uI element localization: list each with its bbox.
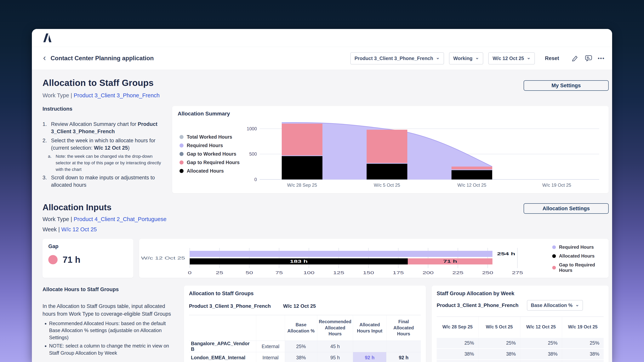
- legend-item: Allocated Hours: [552, 253, 604, 259]
- my-settings-button[interactable]: My Settings: [524, 80, 609, 91]
- edit-pencil-icon[interactable]: [571, 54, 579, 62]
- allocated-hours-bar[interactable]: [367, 164, 408, 180]
- column-header-base-allocation-[interactable]: Base Allocation %: [285, 315, 317, 341]
- week-allocation-table: W/c 28 Sep 25W/c 5 Oct 25W/c 12 Oct 25W/…: [437, 317, 604, 362]
- instruction-plain-text: Scroll down to make inputs or adjustment…: [51, 175, 155, 188]
- instruction-plain-text: Review Allocation Summary chart for: [51, 121, 138, 127]
- app-window: ‹ Contact Center Planning application Pr…: [32, 29, 612, 362]
- app-header: [32, 29, 612, 47]
- allocation-summary-chart[interactable]: 05001000W/c 28 Sep 25W/c 5 Oct 25W/c 12 …: [240, 118, 603, 190]
- gap-to-required-bar[interactable]: [452, 167, 492, 170]
- instruction-text: Scroll down to make inputs or adjustment…: [51, 174, 168, 189]
- allocation-summary-title: Allocation Summary: [178, 111, 603, 117]
- summary-chart-legend: Total Worked HoursRequired HoursGap to W…: [178, 118, 240, 190]
- subtitle-prefix: Work Type |: [42, 92, 74, 98]
- legend-label: Gap to Required Hours: [187, 160, 240, 165]
- base-allocation-cell: 25%: [285, 341, 317, 352]
- table-row: 38%38%38%38%: [437, 349, 604, 360]
- allocated-hours-input-cell[interactable]: 92 h: [353, 352, 386, 362]
- week-selector[interactable]: W/c 12 Oct 25 ⌄: [488, 52, 535, 64]
- final-allocated-hours-cell: 92 h: [386, 352, 421, 362]
- svg-text:W/c 28 Sep 25: W/c 28 Sep 25: [287, 183, 317, 188]
- legend-item: Total Worked Hours: [180, 134, 240, 140]
- legend-label: Total Worked Hours: [187, 134, 232, 140]
- column-header-empty: [189, 315, 256, 341]
- svg-text:0: 0: [188, 271, 192, 275]
- allocation-settings-button[interactable]: Allocation Settings: [524, 203, 609, 214]
- week-column-header[interactable]: W/c 12 Oct 25: [520, 317, 562, 338]
- svg-text:W/c 12 Oct 25: W/c 12 Oct 25: [458, 183, 486, 188]
- week-value-cell: 25%: [520, 338, 562, 349]
- svg-text:250: 250: [482, 271, 493, 275]
- column-header-empty: [256, 315, 285, 341]
- svg-text:500: 500: [249, 152, 257, 157]
- gap-to-required-bar[interactable]: [367, 130, 408, 163]
- week-value-cell: 38%: [562, 349, 604, 360]
- svg-text:150: 150: [363, 271, 374, 275]
- version-selector[interactable]: Working ⌄: [449, 52, 484, 64]
- legend-label: Required Hours: [187, 143, 223, 148]
- legend-item: Required Hours: [180, 143, 240, 148]
- svg-text:100: 100: [303, 271, 314, 275]
- legend-dot: [180, 169, 184, 173]
- metric-selector-value: Base Allocation %: [531, 303, 572, 308]
- svg-text:W/c 12 Oct 25: W/c 12 Oct 25: [141, 256, 185, 261]
- allocation-inputs-title: Allocation Inputs: [42, 203, 166, 212]
- back-chevron-icon[interactable]: ‹: [42, 53, 47, 63]
- work-type-link[interactable]: Product 3_Client 3_Phone_French: [74, 92, 160, 98]
- svg-text:125: 125: [333, 271, 344, 275]
- legend-dot: [180, 135, 184, 139]
- version-selector-value: Working: [453, 56, 472, 61]
- week-column-header[interactable]: W/c 19 Oct 25: [562, 317, 604, 338]
- inputs-work-type: Work Type | Product 4_Client 2_Chat_Port…: [42, 216, 166, 222]
- comment-icon[interactable]: [584, 54, 593, 62]
- toolbar: ‹ Contact Center Planning application Pr…: [32, 47, 612, 70]
- work-type-selector[interactable]: Product 3_Client 3_Phone_French ⌄: [350, 52, 444, 64]
- column-header-final-allocated-hours[interactable]: Final Allocated Hours: [386, 315, 421, 341]
- legend-label: Allocated Hours: [187, 168, 224, 174]
- instruction-item: 2.Select the week in which to allocate h…: [42, 137, 168, 152]
- staff-group-type: External: [256, 341, 285, 352]
- instruction-plain-text: ): [128, 145, 130, 151]
- legend-dot: [552, 254, 556, 258]
- inputs-week-link[interactable]: W/c 12 Oct 25: [61, 226, 97, 232]
- table-row: Bangalore_APAC_Vendor BExternal25%45 h: [189, 341, 421, 352]
- gap-chart-legend: Required HoursAllocated HoursGap to Requ…: [552, 241, 604, 277]
- week-column-header[interactable]: W/c 5 Oct 25: [478, 317, 520, 338]
- more-options-icon[interactable]: •••: [598, 55, 605, 61]
- column-header-allocated-hours-input[interactable]: Allocated Hours Input: [353, 315, 386, 341]
- allocated-hours-input-cell[interactable]: [353, 341, 386, 352]
- allocated-hours-bar[interactable]: [452, 170, 492, 179]
- legend-dot: [180, 152, 184, 156]
- recommended-hours-cell: 95 h: [317, 352, 353, 362]
- week-prefix: Week |: [42, 226, 61, 232]
- week-column-header[interactable]: W/c 28 Sep 25: [437, 317, 478, 338]
- svg-text:200: 200: [422, 271, 434, 275]
- week-value-cell: 25%: [562, 338, 604, 349]
- staff-group-type: Internal: [256, 352, 285, 362]
- week-allocation-card: Staff Group Allocation by Week Product 3…: [432, 286, 609, 362]
- legend-dot: [180, 143, 184, 147]
- instruction-number: 1.: [42, 120, 51, 135]
- allocation-table-title: Allocation to Staff Groups: [189, 291, 421, 297]
- svg-text:W/c 19 Oct 25: W/c 19 Oct 25: [542, 183, 571, 188]
- week-value-cell: 25%: [437, 338, 478, 349]
- base-allocation-cell: 38%: [285, 352, 317, 362]
- column-header-recommended-allocated-hours[interactable]: Recommended Allocated Hours: [317, 315, 353, 341]
- allocated-hours-bar[interactable]: [282, 156, 323, 180]
- app-title: Contact Center Planning application: [50, 55, 154, 62]
- table-row: 25%25%25%25%: [437, 338, 604, 349]
- recommended-hours-cell: 45 h: [317, 341, 353, 352]
- metric-selector[interactable]: Base Allocation % ⌄: [527, 300, 583, 311]
- required-hours-hbar[interactable]: [190, 251, 492, 257]
- legend-dot: [552, 266, 556, 270]
- gap-to-required-bar[interactable]: [282, 124, 323, 155]
- svg-text:0: 0: [254, 177, 257, 182]
- instruction-item: 3.Scroll down to make inputs or adjustme…: [42, 174, 168, 189]
- allocation-table-context-week: W/c 12 Oct 25: [283, 303, 316, 309]
- inputs-work-type-link[interactable]: Product 4_Client 2_Chat_Portuguese: [74, 216, 166, 222]
- gap-bar-chart[interactable]: 0255075100125150175200225250275W/c 12 Oc…: [141, 241, 552, 277]
- reset-button[interactable]: Reset: [545, 55, 559, 61]
- svg-text:1000: 1000: [247, 126, 257, 131]
- page-subtitle: Work Type | Product 3_Client 3_Phone_Fre…: [42, 92, 160, 99]
